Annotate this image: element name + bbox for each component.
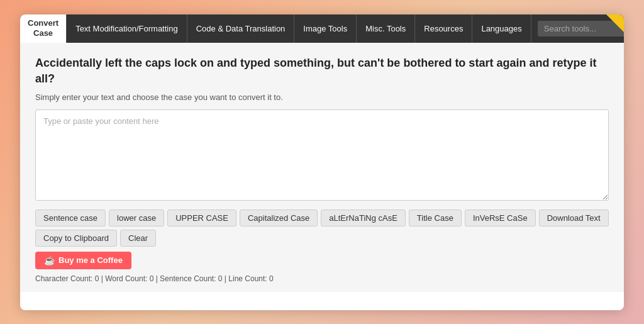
- main-container: ConvertCase Text Modification/Formatting…: [20, 14, 624, 310]
- capitalized-case-button[interactable]: Capitalized Case: [240, 209, 318, 226]
- page-subtext: Simply enter your text and choose the ca…: [35, 92, 609, 102]
- content-area: Accidentally left the caps lock on and t…: [20, 43, 624, 291]
- tab-convert-case[interactable]: ConvertCase: [20, 14, 67, 43]
- download-text-button[interactable]: Download Text: [539, 209, 609, 226]
- coffee-button-label: Buy me a Coffee: [58, 255, 123, 265]
- textarea-wrapper: [35, 109, 609, 203]
- buy-coffee-button[interactable]: ☕ Buy me a Coffee: [35, 252, 131, 269]
- lower-case-button[interactable]: lower case: [109, 209, 164, 226]
- sentence-case-button[interactable]: Sentence case: [35, 209, 106, 226]
- tab-misc-tools[interactable]: Misc. Tools: [357, 14, 415, 43]
- tab-languages[interactable]: Languages: [472, 14, 531, 43]
- main-text-input[interactable]: [35, 109, 609, 201]
- clear-button[interactable]: Clear: [120, 230, 156, 247]
- page-headline: Accidentally left the caps lock on and t…: [35, 55, 609, 87]
- inverse-case-button[interactable]: InVeRsE CaSe: [465, 209, 536, 226]
- upper-case-button[interactable]: UPPER CASE: [167, 209, 236, 226]
- tab-resources[interactable]: Resources: [415, 14, 472, 43]
- title-case-button[interactable]: Title Case: [409, 209, 462, 226]
- copy-clipboard-button[interactable]: Copy to Clipboard: [35, 230, 117, 247]
- case-button-row: Sentence case lower case UPPER CASE Capi…: [35, 209, 609, 247]
- corner-decoration: [606, 14, 624, 32]
- alternating-case-button[interactable]: aLtErNaTiNg cAsE: [321, 209, 406, 226]
- stats-bar: Character Count: 0 | Word Count: 0 | Sen…: [35, 274, 609, 283]
- tab-code-data[interactable]: Code & Data Translation: [187, 14, 295, 43]
- tab-image-tools[interactable]: Image Tools: [294, 14, 357, 43]
- tab-text-modification[interactable]: Text Modification/Formatting: [67, 14, 187, 43]
- coffee-icon: ☕: [44, 255, 55, 265]
- nav-bar: ConvertCase Text Modification/Formatting…: [20, 14, 624, 43]
